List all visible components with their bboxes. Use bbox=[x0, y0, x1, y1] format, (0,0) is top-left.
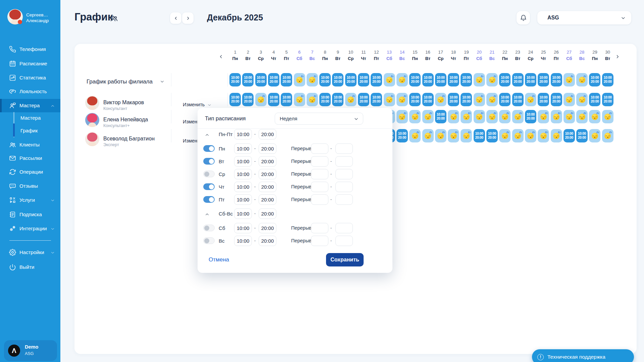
next-month-button[interactable] bbox=[182, 12, 194, 24]
day-off-chip[interactable]: zz bbox=[551, 129, 562, 142]
edit-schedule-button[interactable]: Изменить bbox=[183, 102, 212, 107]
shift-chip[interactable]: 10:0020:00 bbox=[499, 73, 511, 86]
day-off-chip[interactable]: zz bbox=[525, 129, 536, 142]
day-off-chip[interactable]: zz bbox=[602, 110, 613, 123]
shift-chip[interactable]: 10:0020:00 bbox=[576, 129, 588, 142]
day-off-chip[interactable]: zz bbox=[474, 93, 485, 106]
day-off-chip[interactable]: zz bbox=[576, 73, 588, 86]
sidebar-item-loyalty[interactable]: Лояльность bbox=[0, 85, 60, 98]
shift-chip[interactable]: 10:0020:00 bbox=[461, 73, 472, 86]
shift-chip[interactable]: 10:0020:00 bbox=[589, 73, 600, 86]
shift-chip[interactable]: 10:0020:00 bbox=[551, 73, 562, 86]
day-off-chip[interactable]: zz bbox=[486, 73, 498, 86]
day-off-chip[interactable]: zz bbox=[422, 129, 434, 142]
collapse-group-button[interactable] bbox=[205, 211, 210, 217]
day-end-input[interactable] bbox=[259, 182, 276, 192]
sidebar-item-integrations[interactable]: Интеграции bbox=[0, 223, 60, 235]
user-profile[interactable]: Сергеев… Александр bbox=[0, 0, 60, 34]
day-off-chip[interactable]: zz bbox=[307, 93, 318, 106]
day-off-chip[interactable]: zz bbox=[461, 110, 472, 123]
day-toggle-1-1[interactable] bbox=[203, 237, 215, 244]
shift-chip[interactable]: 10:0020:00 bbox=[255, 73, 267, 86]
break-end-input[interactable] bbox=[335, 169, 353, 179]
day-end-input[interactable] bbox=[259, 236, 276, 246]
day-off-chip[interactable]: zz bbox=[589, 110, 600, 123]
day-off-chip[interactable]: zz bbox=[345, 93, 357, 106]
day-off-chip[interactable]: zz bbox=[294, 93, 305, 106]
sidebar-item-subscription[interactable]: Подписка bbox=[0, 208, 60, 221]
sidebar-item-operations[interactable]: Операции bbox=[0, 166, 60, 178]
shift-chip[interactable]: 10:0020:00 bbox=[268, 73, 279, 86]
sidebar-item-statistics[interactable]: Статистика bbox=[0, 72, 60, 84]
day-start-input[interactable] bbox=[234, 143, 252, 154]
day-off-chip[interactable]: zz bbox=[435, 129, 446, 142]
sidebar-item-logout[interactable]: Выйти bbox=[0, 261, 60, 273]
shift-chip[interactable]: 10:0020:00 bbox=[538, 73, 549, 86]
workspace-badge[interactable]: Λ Demo ASG bbox=[4, 340, 57, 361]
day-off-chip[interactable]: zz bbox=[384, 93, 395, 106]
shift-chip[interactable]: 10:0020:00 bbox=[409, 93, 421, 106]
day-off-chip[interactable]: zz bbox=[512, 110, 524, 123]
group-start-input[interactable] bbox=[234, 208, 252, 219]
day-end-input[interactable] bbox=[259, 143, 276, 154]
day-off-chip[interactable]: zz bbox=[396, 73, 408, 86]
day-start-input[interactable] bbox=[234, 156, 252, 167]
day-off-chip[interactable]: zz bbox=[409, 129, 421, 142]
shift-chip[interactable]: 10:0020:00 bbox=[319, 73, 331, 86]
day-off-chip[interactable]: zz bbox=[435, 93, 446, 106]
shift-chip[interactable]: 10:0020:00 bbox=[461, 93, 472, 106]
sidebar-item-settings[interactable]: Настройки bbox=[0, 246, 60, 258]
break-end-input[interactable] bbox=[335, 143, 353, 154]
shift-chip[interactable]: 10:0020:00 bbox=[499, 93, 511, 106]
day-off-chip[interactable]: zz bbox=[551, 110, 562, 123]
break-start-input[interactable] bbox=[311, 182, 328, 192]
sidebar-item-masters[interactable]: Мастера bbox=[0, 99, 60, 112]
shift-chip[interactable]: 10:0020:00 bbox=[525, 73, 536, 86]
day-off-chip[interactable]: zz bbox=[384, 73, 395, 86]
day-off-chip[interactable]: zz bbox=[499, 110, 511, 123]
shift-chip[interactable]: 10:0020:00 bbox=[345, 73, 357, 86]
shift-chip[interactable]: 10:0020:00 bbox=[371, 93, 382, 106]
break-start-input[interactable] bbox=[311, 169, 328, 179]
shift-chip[interactable]: 10:0020:00 bbox=[371, 73, 382, 86]
shift-chip[interactable]: 10:0020:00 bbox=[281, 73, 292, 86]
day-off-chip[interactable]: zz bbox=[422, 110, 434, 123]
shift-chip[interactable]: 10:0020:00 bbox=[319, 93, 331, 106]
shift-chip[interactable]: 10:0020:00 bbox=[486, 129, 498, 142]
day-off-chip[interactable]: zz bbox=[448, 129, 459, 142]
shift-chip[interactable]: 10:0020:00 bbox=[551, 93, 562, 106]
day-off-chip[interactable]: zz bbox=[538, 129, 549, 142]
break-end-input[interactable] bbox=[335, 223, 353, 233]
break-start-input[interactable] bbox=[311, 236, 328, 246]
sidebar-subitem-schedule[interactable]: График bbox=[20, 126, 57, 136]
day-end-input[interactable] bbox=[259, 169, 276, 179]
shift-chip[interactable]: 10:0020:00 bbox=[358, 73, 369, 86]
collapse-group-button[interactable] bbox=[205, 132, 210, 138]
day-off-chip[interactable]: zz bbox=[486, 93, 498, 106]
shift-chip[interactable]: 10:0020:00 bbox=[448, 73, 459, 86]
break-start-input[interactable] bbox=[311, 194, 328, 205]
day-off-chip[interactable]: zz bbox=[564, 110, 575, 123]
day-off-chip[interactable]: zz bbox=[409, 110, 421, 123]
shift-chip[interactable]: 10:0020:00 bbox=[525, 110, 536, 123]
group-end-input[interactable] bbox=[259, 129, 276, 139]
shift-chip[interactable]: 10:0020:00 bbox=[332, 73, 343, 86]
break-end-input[interactable] bbox=[335, 182, 353, 192]
day-off-chip[interactable]: zz bbox=[474, 110, 485, 123]
save-button[interactable]: Сохранить bbox=[326, 253, 364, 266]
shift-chip[interactable]: 10:0020:00 bbox=[564, 129, 575, 142]
sidebar-item-services[interactable]: Услуги bbox=[0, 194, 60, 206]
day-toggle-0-1[interactable] bbox=[203, 158, 215, 165]
shift-chip[interactable]: 10:0020:00 bbox=[229, 93, 241, 106]
shift-chip[interactable]: 10:0020:00 bbox=[512, 93, 524, 106]
shift-chip[interactable]: 10:0020:00 bbox=[435, 73, 446, 86]
day-off-chip[interactable]: zz bbox=[564, 93, 575, 106]
day-off-chip[interactable]: zz bbox=[396, 110, 408, 123]
support-button[interactable]: ! Техническая поддержка bbox=[532, 349, 634, 362]
day-start-input[interactable] bbox=[234, 236, 252, 246]
branch-collapse-toggle[interactable] bbox=[160, 78, 165, 84]
day-off-chip[interactable]: zz bbox=[602, 129, 613, 142]
day-off-chip[interactable]: zz bbox=[474, 73, 485, 86]
calendar-next-button[interactable] bbox=[613, 51, 622, 62]
branch-select[interactable]: ASG bbox=[537, 11, 631, 24]
